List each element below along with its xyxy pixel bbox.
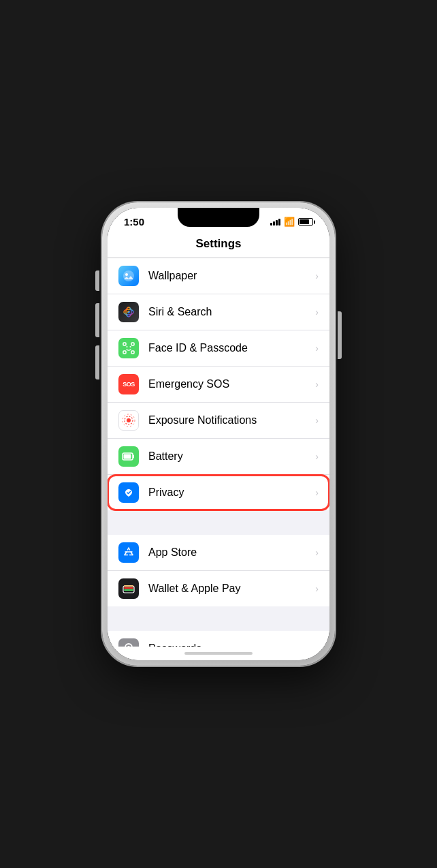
notch: [178, 208, 259, 227]
faceid-label: Face ID & Passcode: [148, 342, 315, 354]
home-bar: [184, 652, 253, 655]
passwords-chevron: ›: [315, 643, 319, 647]
volume-down-button[interactable]: [95, 345, 99, 379]
battery-svg: [122, 452, 135, 461]
wallet-svg: [123, 583, 135, 595]
svg-point-9: [127, 346, 128, 347]
svg-point-4: [127, 311, 130, 313]
settings-row-wallet[interactable]: Wallet & Apple Pay ›: [108, 571, 329, 606]
settings-row-privacy[interactable]: Privacy ›: [108, 475, 329, 510]
settings-row-battery[interactable]: Battery ›: [108, 439, 329, 475]
siri-chevron: ›: [315, 307, 319, 317]
privacy-svg: [123, 486, 135, 499]
section-gap-2: [108, 606, 329, 631]
settings-list[interactable]: Wallpaper ›: [108, 258, 329, 647]
siri-label: Siri & Search: [148, 306, 315, 318]
privacy-label: Privacy: [148, 486, 315, 499]
svg-rect-15: [133, 455, 134, 459]
sos-chevron: ›: [315, 379, 319, 390]
passwords-label: Passwords: [148, 642, 315, 647]
appstore-icon: [118, 542, 139, 563]
wallpaper-svg: [123, 270, 135, 282]
phone-screen: 1:50 📶 Settings: [108, 208, 329, 660]
sos-text: SOS: [123, 381, 135, 388]
wallpaper-icon: [118, 266, 139, 286]
svg-point-1: [125, 273, 128, 276]
passwords-icon: [118, 638, 139, 647]
wallet-chevron: ›: [315, 583, 319, 594]
navigation-bar: Settings: [108, 230, 329, 258]
page-title: Settings: [118, 237, 319, 251]
svg-point-0: [123, 270, 134, 281]
settings-row-wallpaper[interactable]: Wallpaper ›: [108, 258, 329, 294]
volume-up-button[interactable]: [95, 303, 99, 337]
exposure-label: Exposure Notifications: [148, 414, 315, 427]
mute-button[interactable]: [95, 270, 99, 291]
settings-row-exposure[interactable]: Exposure Notifications ›: [108, 403, 329, 439]
battery-icon: [118, 446, 139, 467]
siri-svg: [123, 306, 135, 318]
settings-row-passwords[interactable]: Passwords ›: [108, 631, 329, 647]
svg-rect-16: [124, 454, 131, 459]
battery-label: Battery: [148, 450, 315, 463]
svg-rect-20: [124, 589, 133, 591]
wallet-label: Wallet & Apple Pay: [148, 583, 315, 595]
privacy-chevron: ›: [315, 487, 319, 498]
screen-content: 1:50 📶 Settings: [108, 208, 329, 660]
settings-row-appstore[interactable]: App Store ›: [108, 535, 329, 571]
battery-status-icon: [298, 218, 313, 226]
exposure-chevron: ›: [315, 415, 319, 426]
exposure-svg: [122, 414, 135, 427]
exposure-icon: [118, 410, 139, 431]
status-icons: 📶: [270, 217, 313, 227]
phone-frame: 1:50 📶 Settings: [102, 202, 335, 666]
faceid-chevron: ›: [315, 343, 319, 354]
battery-chevron: ›: [315, 451, 319, 462]
faceid-svg: [123, 342, 135, 354]
status-time: 1:50: [124, 216, 144, 228]
settings-row-faceid[interactable]: Face ID & Passcode ›: [108, 330, 329, 367]
passwords-svg: [124, 642, 133, 647]
power-button[interactable]: [338, 311, 342, 359]
svg-rect-7: [123, 351, 126, 354]
wifi-icon: 📶: [284, 217, 295, 227]
faceid-icon: [118, 338, 139, 358]
siri-icon: [118, 302, 139, 322]
sos-label: Emergency SOS: [148, 378, 315, 390]
appstore-svg: [123, 546, 135, 559]
svg-point-10: [130, 346, 131, 347]
svg-point-23: [127, 646, 130, 647]
svg-rect-8: [131, 351, 134, 354]
wallpaper-chevron: ›: [315, 270, 319, 281]
appstore-chevron: ›: [315, 547, 319, 558]
svg-rect-19: [124, 587, 133, 589]
home-indicator[interactable]: [108, 647, 329, 660]
wallet-icon: [118, 578, 139, 599]
appstore-label: App Store: [148, 546, 315, 559]
settings-section-2: App Store › Wallet: [108, 535, 329, 606]
signal-icon: [270, 219, 280, 226]
settings-section-1: Wallpaper ›: [108, 258, 329, 510]
settings-row-sos[interactable]: SOS Emergency SOS ›: [108, 367, 329, 403]
sos-icon: SOS: [118, 374, 139, 394]
svg-rect-6: [131, 343, 134, 345]
settings-section-3: Passwords › Mail ›: [108, 631, 329, 647]
svg-rect-5: [123, 343, 126, 345]
privacy-icon: [118, 482, 139, 503]
section-gap-1: [108, 510, 329, 535]
settings-row-siri[interactable]: Siri & Search ›: [108, 294, 329, 330]
battery-fill: [300, 219, 309, 224]
wallpaper-label: Wallpaper: [148, 270, 315, 282]
svg-point-11: [127, 418, 131, 422]
